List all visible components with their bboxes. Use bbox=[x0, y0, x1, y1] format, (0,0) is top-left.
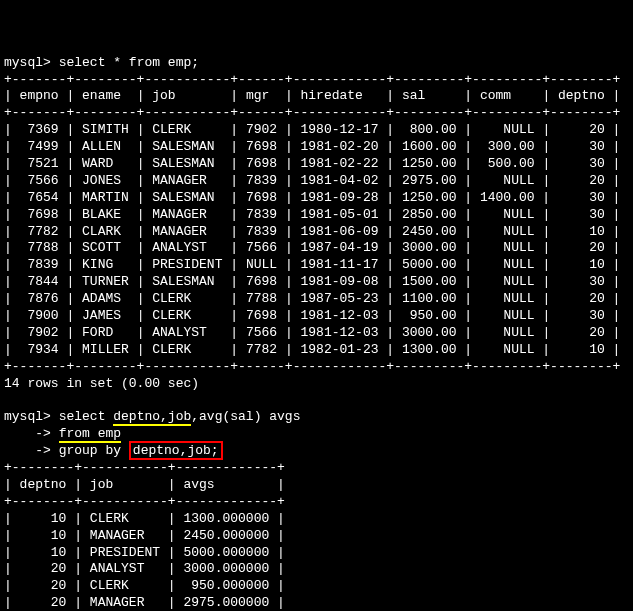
mysql-prompt[interactable]: mysql> select deptno,job,avg(sal) avgs bbox=[4, 409, 300, 426]
mysql-cont[interactable]: -> group by deptno,job; bbox=[4, 441, 223, 460]
result-footer: 14 rows in set (0.00 sec) bbox=[4, 376, 199, 391]
mysql-prompt[interactable]: mysql> select * from emp; bbox=[4, 55, 199, 70]
table-border: +-------+--------+-----------+------+---… bbox=[4, 359, 620, 374]
table-row: | 7788 | SCOTT | ANALYST | 7566 | 1987-0… bbox=[4, 240, 620, 255]
table-row: | 7566 | JONES | MANAGER | 7839 | 1981-0… bbox=[4, 173, 620, 188]
table-row: | 20 | CLERK | 950.000000 | bbox=[4, 578, 285, 593]
table-border: +--------+-----------+-------------+ bbox=[4, 494, 285, 509]
mysql-cont[interactable]: -> from emp bbox=[4, 426, 121, 443]
highlight-yellow: deptno,job bbox=[113, 409, 191, 426]
terminal-output: mysql> select * from emp; +-------+-----… bbox=[4, 55, 629, 611]
table-row: | 7698 | BLAKE | MANAGER | 7839 | 1981-0… bbox=[4, 207, 620, 222]
table-row: | 7900 | JAMES | CLERK | 7698 | 1981-12-… bbox=[4, 308, 620, 323]
table-border: +-------+--------+-----------+------+---… bbox=[4, 72, 620, 87]
table-row: | 7876 | ADAMS | CLERK | 7788 | 1987-05-… bbox=[4, 291, 620, 306]
table-row: | 7902 | FORD | ANALYST | 7566 | 1981-12… bbox=[4, 325, 620, 340]
table-row: | 7844 | TURNER | SALESMAN | 7698 | 1981… bbox=[4, 274, 620, 289]
table-row: | 7839 | KING | PRESIDENT | NULL | 1981-… bbox=[4, 257, 620, 272]
table-row: | 7521 | WARD | SALESMAN | 7698 | 1981-0… bbox=[4, 156, 620, 171]
table-row: | 20 | ANALYST | 3000.000000 | bbox=[4, 561, 285, 576]
highlight-yellow: from emp bbox=[59, 426, 121, 443]
table-row: | 7934 | MILLER | CLERK | 7782 | 1982-01… bbox=[4, 342, 620, 357]
table-row: | 7654 | MARTIN | SALESMAN | 7698 | 1981… bbox=[4, 190, 620, 205]
table-row: | 7499 | ALLEN | SALESMAN | 7698 | 1981-… bbox=[4, 139, 620, 154]
table-header: | deptno | job | avgs | bbox=[4, 477, 285, 492]
table-header: | empno | ename | job | mgr | hiredate |… bbox=[4, 88, 620, 103]
table-border: +--------+-----------+-------------+ bbox=[4, 460, 285, 475]
highlight-red: deptno,job; bbox=[129, 441, 223, 460]
table-row: | 10 | PRESIDENT | 5000.000000 | bbox=[4, 545, 285, 560]
table-row: | 10 | MANAGER | 2450.000000 | bbox=[4, 528, 285, 543]
table-row: | 10 | CLERK | 1300.000000 | bbox=[4, 511, 285, 526]
table-border: +-------+--------+-----------+------+---… bbox=[4, 105, 620, 120]
table-row: | 20 | MANAGER | 2975.000000 | bbox=[4, 595, 285, 610]
table-row: | 7369 | SIMITH | CLERK | 7902 | 1980-12… bbox=[4, 122, 620, 137]
table-row: | 7782 | CLARK | MANAGER | 7839 | 1981-0… bbox=[4, 224, 620, 239]
